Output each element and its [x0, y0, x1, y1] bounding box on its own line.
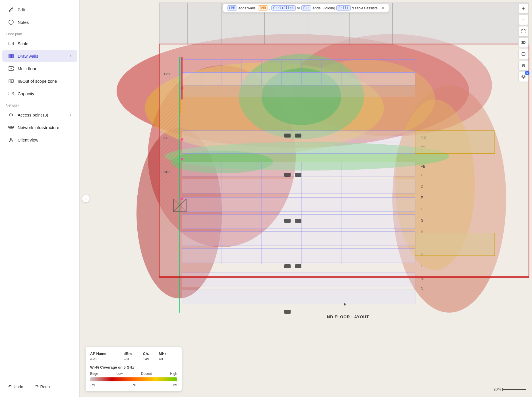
ap-info-table: AP Name dBm Ch. MHz AP1 -79 149 40: [90, 351, 177, 362]
svg-point-86: [181, 158, 183, 161]
notes-icon: [8, 19, 14, 25]
svg-text:N: N: [421, 287, 423, 291]
notes-label: Notes: [18, 20, 29, 25]
svg-rect-83: [159, 44, 182, 277]
layers-count-badge: 6: [525, 71, 529, 75]
sidebar-item-capacity[interactable]: Capacity: [2, 88, 77, 99]
svg-point-85: [181, 138, 183, 141]
svg-rect-89: [295, 134, 301, 138]
svg-rect-94: [284, 264, 291, 268]
col-ap-name: AP Name: [90, 351, 123, 356]
sidebar-item-access-point[interactable]: Access point (3) ›: [2, 109, 77, 121]
redo-button[interactable]: Redo: [32, 383, 52, 390]
access-point-label: Access point (3): [18, 113, 48, 117]
svg-rect-14: [9, 126, 11, 128]
scale-icon: [8, 40, 14, 47]
legend-value-min: -79: [90, 383, 95, 387]
undo-redo-bar: Undo Redo: [0, 380, 79, 394]
edit-icon: [8, 7, 14, 13]
svg-rect-90: [284, 173, 291, 177]
legend-value-max: -65: [172, 383, 177, 387]
legend-labels: Edge Low Decent High: [90, 372, 177, 376]
sidebar-item-draw-walls[interactable]: Draw walls ›: [2, 50, 77, 62]
svg-rect-88: [284, 134, 291, 138]
svg-rect-8: [9, 69, 13, 70]
ap-info-row: AP1 -79 149 40: [90, 356, 177, 362]
sidebar-item-client-view[interactable]: Client view: [2, 134, 77, 146]
sidebar-item-edit[interactable]: Edit: [2, 4, 77, 16]
scale-label: 20m: [494, 387, 501, 391]
sidebar-item-multi-floor[interactable]: Multi-floor ›: [2, 63, 77, 74]
main-map-area[interactable]: ‹: [80, 0, 532, 397]
map-controls: + − 3D 6: [518, 3, 529, 82]
scale-chevron: ›: [70, 41, 71, 45]
col-ch: Ch.: [143, 351, 159, 356]
redo-label: Redo: [40, 384, 49, 389]
legend-values: -79 -70 -65: [90, 383, 177, 387]
sidebar-item-notes[interactable]: Notes: [2, 16, 77, 28]
svg-rect-95: [295, 264, 301, 268]
layers-button[interactable]: 6: [518, 72, 529, 82]
svg-rect-106: [415, 233, 495, 256]
svg-rect-93: [295, 219, 301, 223]
close-icon[interactable]: ✕: [382, 6, 385, 10]
svg-rect-7: [9, 66, 13, 68]
undo-button[interactable]: Undo: [6, 383, 25, 390]
ap-name-value: AP1: [90, 356, 123, 362]
3d-button[interactable]: 3D: [518, 38, 529, 48]
svg-rect-4: [11, 54, 13, 56]
svg-rect-40: [182, 72, 415, 85]
ch-value: 149: [143, 356, 159, 362]
client-view-label: Client view: [18, 138, 38, 142]
client-view-icon: [8, 137, 14, 143]
ends-text: ends. Holding: [312, 6, 335, 10]
hand-tool-button[interactable]: [518, 60, 529, 70]
svg-rect-57: [182, 198, 415, 212]
draw-walls-label: Draw walls: [18, 54, 38, 59]
separator1: ,: [269, 6, 270, 10]
svg-rect-59: [182, 232, 415, 246]
scope-zone-icon: [8, 78, 14, 84]
svg-text:ND FLOOR LAYOUT: ND FLOOR LAYOUT: [327, 315, 369, 319]
floor-plan-visualization: MB VA VB C D E F G H J K L M N: [80, 0, 532, 397]
svg-rect-9: [9, 80, 11, 82]
svg-rect-99: [181, 57, 182, 99]
nav-arrow-left[interactable]: ‹: [82, 195, 90, 203]
svg-point-16: [10, 138, 12, 140]
multi-floor-chevron: ›: [70, 66, 71, 70]
svg-rect-10: [11, 80, 13, 82]
or-text: or: [297, 6, 300, 10]
sidebar-item-network-infrastructure[interactable]: Network infrastructure ›: [2, 121, 77, 133]
lmb-key: LMB: [227, 5, 237, 11]
legend-color-bar: [90, 377, 177, 381]
legend-value-mid: -70: [131, 383, 136, 387]
sidebar-item-scale[interactable]: Scale ›: [2, 38, 77, 49]
floor-plan-section-label: Floor plan: [0, 28, 79, 37]
svg-rect-96: [284, 310, 291, 314]
svg-rect-104: [159, 276, 529, 278]
svg-rect-92: [284, 219, 291, 223]
svg-rect-6: [11, 56, 13, 58]
adds-walls-text: adds walls.: [238, 6, 256, 10]
edit-label: Edit: [18, 7, 25, 12]
circle-button[interactable]: [518, 49, 529, 59]
svg-rect-100: [182, 57, 183, 99]
sidebar-item-scope-zone[interactable]: In/Out of scope zone: [2, 75, 77, 87]
svg-rect-52: [182, 85, 415, 97]
scale-bar: 20m: [494, 387, 526, 391]
svg-text:OTH: OTH: [163, 171, 169, 174]
svg-text:L: L: [421, 264, 423, 268]
sidebar: Edit Notes Floor plan Scale ›: [0, 0, 80, 397]
zoom-out-button[interactable]: −: [518, 15, 529, 25]
svg-text:D: D: [421, 184, 423, 188]
ctrl-click-key: Ctrl+Click: [271, 5, 296, 11]
svg-rect-67: [182, 290, 415, 304]
svg-rect-97: [179, 57, 180, 313]
capacity-icon: [8, 90, 14, 97]
fullscreen-button[interactable]: [518, 26, 529, 36]
zoom-in-button[interactable]: +: [518, 3, 529, 14]
disables-text: disables assists.: [352, 6, 379, 10]
svg-point-1: [11, 23, 11, 24]
svg-rect-54: [182, 142, 415, 153]
coverage-section: Wi-Fi Coverage on 5 GHz Edge Low Decent …: [90, 365, 177, 387]
